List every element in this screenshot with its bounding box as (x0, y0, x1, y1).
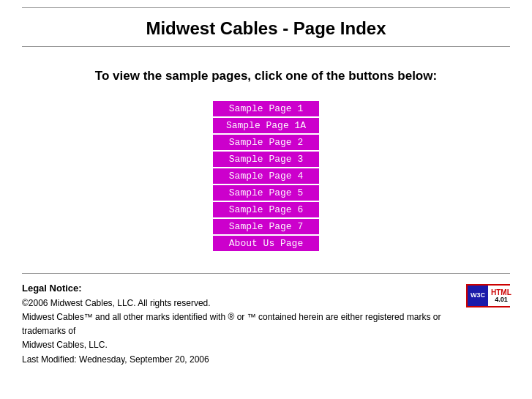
w3c-version: 4.01 (495, 297, 508, 304)
btn-sample-4[interactable]: Sample Page 4 (213, 168, 319, 184)
w3c-box: W3C HTML 4.01 (466, 284, 510, 307)
btn-sample-1a[interactable]: Sample Page 1A (213, 118, 319, 133)
footer-line2: Midwest Cables™ and all other marks iden… (22, 312, 441, 336)
footer: Legal Notice: ©2006 Midwest Cables, LLC.… (22, 273, 510, 374)
btn-sample-2[interactable]: Sample Page 2 (213, 135, 319, 150)
footer-line3: Midwest Cables, LLC. (22, 340, 108, 350)
footer-legal: Legal Notice: ©2006 Midwest Cables, LLC.… (22, 281, 466, 367)
w3c-left: W3C (468, 286, 488, 306)
instruction-text: To view the sample pages, click one of t… (22, 69, 510, 83)
w3c-label: W3C (471, 292, 485, 299)
btn-sample-6[interactable]: Sample Page 6 (213, 202, 319, 217)
w3c-badge: W3C HTML 4.01 (466, 284, 510, 307)
mid-divider (22, 46, 510, 47)
btn-sample-5[interactable]: Sample Page 5 (213, 185, 319, 201)
page-header: Midwest Cables - Page Index (0, 8, 532, 46)
btn-about[interactable]: About Us Page (213, 236, 319, 251)
footer-line4: Last Modified: Wednesday, September 20, … (22, 354, 209, 365)
button-list: Sample Page 1Sample Page 1ASample Page 2… (0, 101, 532, 251)
w3c-html-label: HTML (491, 288, 512, 297)
btn-sample-7[interactable]: Sample Page 7 (213, 219, 319, 234)
btn-sample-1[interactable]: Sample Page 1 (213, 101, 319, 116)
footer-line1: ©2006 Midwest Cables, LLC. All rights re… (22, 298, 211, 308)
page-title: Midwest Cables - Page Index (0, 18, 532, 39)
btn-sample-3[interactable]: Sample Page 3 (213, 152, 319, 167)
w3c-right: HTML 4.01 (488, 286, 514, 306)
legal-title: Legal Notice: (22, 283, 82, 294)
